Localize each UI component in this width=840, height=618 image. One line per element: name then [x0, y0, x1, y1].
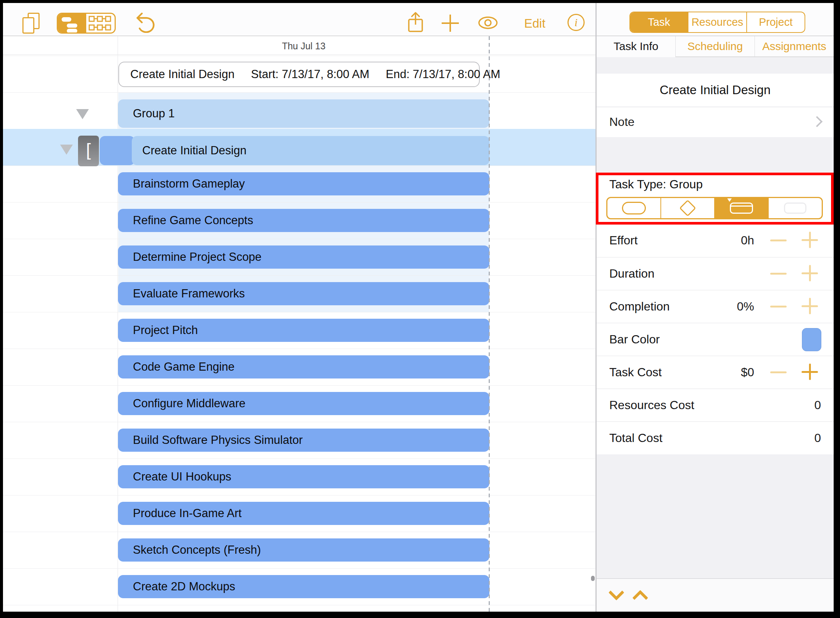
task-bar-label: Group 1 — [118, 100, 489, 128]
task-bar-label: Refine Game Concepts — [118, 209, 489, 232]
effort-decrement-button[interactable] — [770, 239, 787, 241]
row-separator — [3, 349, 596, 349]
completion-increment-button[interactable] — [801, 298, 818, 314]
row-separator — [3, 312, 596, 312]
date-header: Thu Jul 13 — [118, 36, 489, 55]
scrollbar-thumb[interactable] — [591, 576, 595, 581]
tooltip-start: Start: 7/13/17, 8:00 AM — [251, 68, 369, 81]
task-bar[interactable]: Brainstorm Gameplay — [118, 172, 489, 195]
note-row[interactable]: Note — [597, 107, 834, 137]
task-bar[interactable]: Create 2D Mockups — [118, 575, 489, 598]
duration-decrement-button[interactable] — [770, 273, 787, 275]
network-view-button[interactable] — [86, 14, 115, 33]
tab-task[interactable]: Task — [630, 12, 688, 32]
share-button[interactable] — [406, 11, 425, 34]
task-bar[interactable]: Evaluate Frameworks — [118, 282, 489, 305]
toolbar: Edit i Task Resources Project — [3, 3, 834, 36]
field-row-effort: Effort 0h — [597, 224, 834, 257]
row-separator — [3, 605, 596, 605]
edit-button[interactable]: Edit — [524, 16, 545, 31]
row-separator — [3, 385, 596, 386]
task-bar-label: Determine Project Scope — [118, 245, 489, 269]
row-separator — [3, 56, 596, 56]
dragged-bar-fragment — [100, 136, 135, 165]
row-separator — [3, 495, 596, 495]
field-row-total-cost: Total Cost 0 — [597, 422, 834, 455]
task-fields: Effort 0h Duration Completion 0% Bar Col… — [597, 224, 834, 455]
task-bar[interactable]: Build Software Physics Simulator — [118, 429, 489, 452]
tab-resources[interactable]: Resources — [688, 12, 746, 32]
info-button[interactable]: i — [567, 14, 585, 31]
task-bar[interactable]: Determine Project Scope — [118, 245, 489, 269]
panel-divider — [596, 3, 597, 612]
task-bar[interactable]: Create UI Hookups — [118, 465, 489, 488]
view-switcher — [57, 13, 116, 34]
row-separator — [3, 92, 596, 93]
inspector-bottom-bar — [597, 578, 834, 612]
row-separator — [3, 568, 596, 569]
task-bar[interactable]: Refine Game Concepts — [118, 209, 489, 232]
omniplan-window: Edit i Task Resources Project Thu Jul 13… — [0, 0, 840, 618]
task-bar-label: Sketch Concepts (Fresh) — [118, 538, 489, 562]
completion-decrement-button[interactable] — [770, 306, 787, 308]
tab-task-info[interactable]: Task Info — [597, 36, 676, 56]
field-row-resources-cost: Resources Cost 0 — [597, 389, 834, 422]
row-separator — [3, 459, 596, 459]
note-label: Note — [609, 107, 635, 137]
row-separator — [3, 239, 596, 239]
red-highlight-rectangle — [596, 172, 834, 224]
group-task-bar[interactable]: Create Initial Design — [132, 136, 489, 165]
gantt-view-icon — [62, 17, 71, 22]
effort-increment-button[interactable] — [801, 232, 818, 248]
field-row-completion: Completion 0% — [597, 290, 834, 323]
eye-icon — [479, 17, 497, 28]
task-cost-increment-button[interactable] — [801, 364, 818, 380]
task-title: Create Initial Design — [597, 74, 834, 107]
disclosure-triangle-create-initial-design[interactable] — [60, 145, 73, 154]
row-separator — [3, 422, 596, 422]
task-cost-decrement-button[interactable] — [770, 371, 787, 373]
row-separator — [3, 202, 596, 202]
drag-handle[interactable]: [ — [78, 136, 99, 166]
gantt-view-button[interactable] — [58, 14, 86, 33]
task-bar-label: Create 2D Mockups — [118, 575, 489, 598]
task-bar-label: Create UI Hookups — [118, 465, 489, 488]
tab-scheduling[interactable]: Scheduling — [676, 36, 754, 56]
field-row-task-cost: Task Cost $0 — [597, 356, 834, 389]
row-separator — [3, 532, 596, 532]
task-bar-label: Evaluate Frameworks — [118, 282, 489, 305]
task-bar-label: Build Software Physics Simulator — [118, 429, 489, 452]
task-bar[interactable]: Code Game Engine — [118, 355, 489, 379]
task-tooltip: Create Initial Design Start: 7/13/17, 8:… — [119, 62, 480, 87]
add-button[interactable] — [440, 13, 460, 33]
group-task-bar[interactable]: Group 1 — [118, 100, 489, 128]
undo-button[interactable] — [134, 13, 157, 33]
task-bar[interactable]: Sketch Concepts (Fresh) — [118, 538, 489, 562]
previous-task-button chevron-down-icon[interactable] — [609, 585, 624, 600]
next-task-button chevron-up-icon[interactable] — [633, 590, 648, 606]
view-options-button[interactable] — [478, 16, 498, 29]
task-bar-label: Project Pitch — [118, 319, 489, 342]
task-bar-label: Code Game Engine — [118, 355, 489, 379]
field-row-bar-color: Bar Color — [597, 323, 834, 356]
network-view-icon — [88, 15, 113, 32]
bar-color-swatch[interactable] — [802, 328, 821, 351]
row-separator — [3, 275, 596, 276]
inspector-mode-switcher: Task Resources Project — [630, 12, 805, 33]
tab-assignments[interactable]: Assignments — [754, 36, 834, 56]
task-bar-label: Configure Middleware — [118, 392, 489, 415]
current-date-dashed-line — [489, 36, 490, 612]
duration-increment-button[interactable] — [801, 265, 818, 281]
info-icon: i — [575, 16, 578, 28]
task-bar[interactable]: Produce In-Game Art — [118, 502, 489, 525]
documents-button[interactable] — [22, 13, 41, 34]
tab-project[interactable]: Project — [746, 12, 804, 32]
disclosure-triangle-group1[interactable] — [76, 109, 89, 119]
tooltip-end: End: 7/13/17, 8:00 AM — [386, 68, 500, 81]
task-bar[interactable]: Configure Middleware — [118, 392, 489, 415]
field-row-duration: Duration — [597, 257, 834, 290]
task-inspector: Task Info Scheduling Assignments Create … — [597, 36, 834, 612]
tooltip-title: Create Initial Design — [130, 68, 234, 81]
inspector-tabbar: Task Info Scheduling Assignments — [597, 36, 834, 57]
task-bar[interactable]: Project Pitch — [118, 319, 489, 342]
